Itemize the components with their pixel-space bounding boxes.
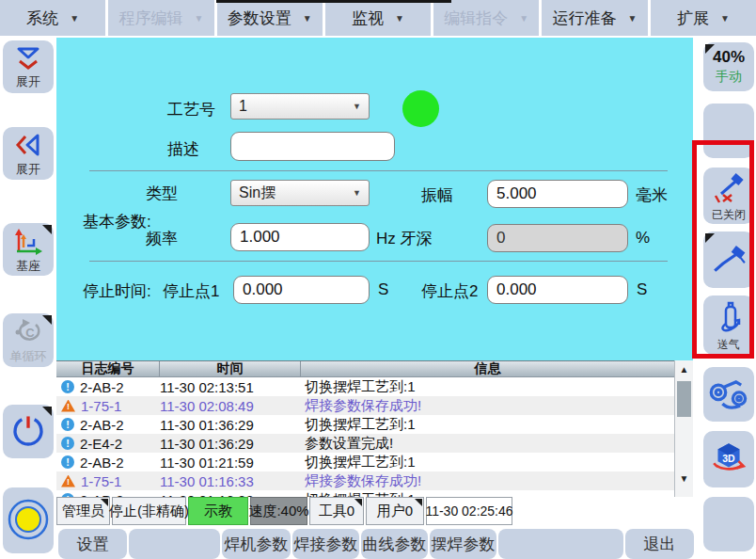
status-indicator-green [402,90,439,127]
torch-closed-button[interactable]: 已关闭 [703,168,754,224]
speed-badge: 速度:40% [250,497,307,525]
depth-unit: % [636,229,650,248]
tool-badge[interactable]: 工具0 [309,497,364,525]
view-3d-button[interactable]: 3D [703,431,754,487]
chevron-down-icon: ▼ [519,13,528,24]
menu-extension[interactable]: 扩展 ▼ [651,0,756,36]
log-scrollbar[interactable]: ▲ ▼ [674,360,693,497]
process-no-value: 1 [239,98,247,115]
chevron-down-icon: ▼ [720,13,730,24]
type-dropdown[interactable]: Sin摆 ▼ [230,180,370,206]
menu-label: 参数设置 [228,8,291,29]
speed-value: 40% [713,48,745,67]
menu-parameter-settings[interactable]: 参数设置 ▼ [217,0,323,36]
type-label: 类型 [146,183,178,204]
frequency-label: 频率 [146,228,178,249]
menubar: 系统 ▼ 程序编辑 ▼ 参数设置 ▼ 监视 ▼ 编辑指令 ▼ 运行准备 ▼ 扩展… [0,0,756,36]
welding-params-button[interactable]: 焊接参数 [292,529,359,559]
log-row[interactable]: 2-AB-2 11-30 01:21:59切换摆焊工艺到:1 [56,453,674,471]
scrollbar-thumb[interactable] [677,381,691,417]
chevron-down-icon: ▼ [70,13,79,24]
left-toolbar: 展开 展开 基座 C 单循环 [3,36,54,559]
status-bar: 管理员 停止(非精确) 示教 速度:40% 工具0 用户0 11-30 02:2… [56,497,693,525]
svg-text:C: C [25,326,35,340]
stop-point2-unit: S [637,280,647,299]
gas-feed-button[interactable]: 送气 [703,295,754,355]
amplitude-label: 振幅 [421,184,453,206]
info-icon [61,380,74,393]
menu-label: 系统 [26,8,58,29]
right-toolbar: 40% 手动 已关闭 送气 3D [703,36,754,559]
type-value: Sin摆 [239,184,276,203]
datetime-display: 11-30 02:25:46 [426,497,512,525]
stop-point2-input[interactable] [487,276,628,304]
mode-label: 手动 [716,69,742,86]
menu-program-edit: 程序编辑 ▼ [108,0,213,36]
double-chevron-down-icon [12,46,44,73]
expand-left-button[interactable]: 展开 [3,127,54,180]
settings-button[interactable]: 设置 [58,529,127,559]
servo-state-button[interactable] [3,487,54,553]
menu-label: 扩展 [677,8,709,29]
process-no-label: 工艺号 [167,99,215,120]
right-rail-empty-button [703,104,754,158]
expand-down-button[interactable]: 展开 [3,40,54,93]
log-row[interactable]: 2-E4-2 11-30 01:36:29参数设置完成! [56,434,674,453]
chevron-down-icon: ▼ [353,188,361,198]
power-icon [10,412,46,451]
description-input[interactable] [230,132,395,161]
depth-label: 牙深 [401,230,433,248]
log-header-row: 日志编号 时间 信息 [56,360,674,377]
scroll-down-icon[interactable]: ▼ [675,472,693,486]
log-row[interactable]: 1-75-1 11-30 02:08:49焊接参数保存成功! [56,396,674,415]
menu-run-prepare[interactable]: 运行准备 ▼ [542,0,647,36]
chevron-down-icon: ▼ [303,13,312,24]
log-header-time: 时间 [160,361,301,376]
weave-params-button[interactable]: 摆焊参数 [430,529,496,559]
amplitude-input[interactable] [487,180,628,208]
stop-point1-input[interactable] [233,276,370,304]
3d-cube-icon: 3D [709,440,748,479]
power-button[interactable] [3,405,54,458]
stop-time-group-label: 停止时间: [83,280,151,302]
expand-left-label: 展开 [16,163,40,176]
frequency-input[interactable] [230,223,370,251]
welder-params-button[interactable]: 焊机参数 [222,529,291,559]
log-row[interactable]: 1-75-1 11-30 01:16:33焊接参数保存成功! [56,471,674,490]
process-no-dropdown[interactable]: 1 ▼ [230,93,370,120]
log-panel: 日志编号 时间 信息 2-AB-2 11-30 02:13:51切换摆焊工艺到:… [56,360,693,497]
user-role-badge[interactable]: 管理员 [56,497,110,525]
curve-params-button[interactable]: 曲线参数 [361,529,428,559]
robot-arm-icon [708,375,749,414]
menu-monitor[interactable]: 监视 ▼ [325,0,431,36]
log-row-partial[interactable]: 2-AB-2 11-30 01:16:33切换摆焊工艺到:1 [56,490,674,497]
robot-jog-button[interactable] [703,367,754,422]
right-rail-empty-button [703,497,754,551]
scroll-up-icon[interactable]: ▲ [675,363,693,376]
warning-icon [61,400,75,412]
log-row[interactable]: 2-AB-2 11-30 02:13:51切换摆焊工艺到:1 [56,377,674,396]
log-header-message: 信息 [301,361,674,376]
cycle-loop-icon: C [12,317,44,348]
double-chevron-left-icon [14,132,42,161]
chevron-down-icon: ▼ [395,13,404,24]
info-icon [61,437,74,450]
base-frame-button[interactable]: 基座 [3,223,54,276]
menu-label: 监视 [352,8,384,29]
bottom-button-empty [498,529,623,559]
weave-parameter-panel: 工艺号 1 ▼ 描述 类型 Sin摆 ▼ 振幅 毫米 基本参数: 频率 Hz 牙… [56,38,693,360]
svg-text:3D: 3D [722,453,735,464]
menu-label: 编辑指令 [444,8,508,29]
base-frame-label: 基座 [16,260,40,273]
user-frame-badge[interactable]: 用户0 [366,497,424,525]
run-state-badge: 停止(非精确) [112,497,186,525]
menu-system[interactable]: 系统 ▼ [0,0,105,36]
stop-point1-label: 停止点1 [163,280,219,302]
exit-button[interactable]: 退出 [625,529,694,559]
gas-cylinder-icon [714,300,744,337]
info-icon [61,418,74,431]
log-row[interactable]: 2-AB-2 11-30 01:36:29切换摆焊工艺到:1 [56,415,674,434]
log-table: 日志编号 时间 信息 2-AB-2 11-30 02:13:51切换摆焊工艺到:… [56,360,674,497]
torch-button[interactable] [703,232,754,288]
speed-mode-button[interactable]: 40% 手动 [703,42,754,91]
